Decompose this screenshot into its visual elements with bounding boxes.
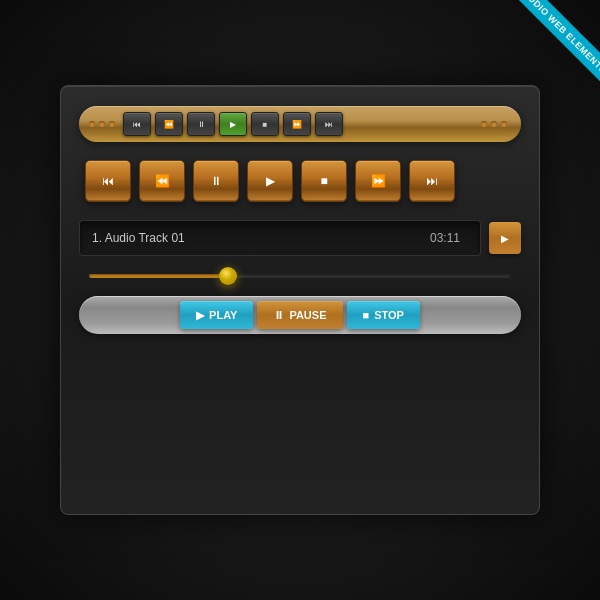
slider-thumb[interactable] <box>219 267 237 285</box>
dot-1 <box>89 121 95 127</box>
slim-pause-button[interactable]: ⏸ <box>187 112 215 136</box>
sq-stop-button[interactable]: ■ <box>301 160 347 202</box>
slim-fast-forward-button[interactable]: ⏩ <box>283 112 311 136</box>
dot-4 <box>481 121 487 127</box>
stop-icon: ■ <box>363 309 370 321</box>
play-button[interactable]: ▶ PLAY <box>180 301 253 329</box>
sq-skip-next-button[interactable]: ⏭ <box>409 160 455 202</box>
stop-label: STOP <box>374 309 404 321</box>
slim-skip-next-button[interactable]: ⏭ <box>315 112 343 136</box>
slim-transport-bar: ⏮ ⏪ ⏸ ▶ ■ ⏩ ⏭ <box>79 106 521 142</box>
play-icon: ▶ <box>196 309 204 322</box>
track-bar: 1. Audio Track 01 03:11 <box>79 220 481 256</box>
dot-6 <box>501 121 507 127</box>
bottom-control-bar: ▶ PLAY ⏸ PAUSE ■ STOP <box>79 296 521 334</box>
sq-rewind-button[interactable]: ⏪ <box>139 160 185 202</box>
pause-button[interactable]: ⏸ PAUSE <box>257 301 342 329</box>
slim-skip-prev-button[interactable]: ⏮ <box>123 112 151 136</box>
main-panel: ⏮ ⏪ ⏸ ▶ ■ ⏩ ⏭ ⏮ ⏪ ⏸ ▶ ■ ⏩ ⏭ 1. Audio Tra… <box>60 85 540 515</box>
pause-label: PAUSE <box>289 309 326 321</box>
play-label: PLAY <box>209 309 237 321</box>
stop-button[interactable]: ■ STOP <box>347 301 420 329</box>
sq-pause-button[interactable]: ⏸ <box>193 160 239 202</box>
right-dots <box>481 121 507 127</box>
left-dots <box>89 121 115 127</box>
track-name: 1. Audio Track 01 <box>92 231 430 245</box>
track-info-row: 1. Audio Track 01 03:11 ▶ <box>79 220 521 256</box>
dot-5 <box>491 121 497 127</box>
track-time: 03:11 <box>430 231 460 245</box>
track-play-button[interactable]: ▶ <box>489 222 521 254</box>
slider-track[interactable] <box>89 274 511 278</box>
slim-play-button[interactable]: ▶ <box>219 112 247 136</box>
sq-play-button[interactable]: ▶ <box>247 160 293 202</box>
corner-ribbon: AUDIO WEB ELEMENTS <box>480 0 600 120</box>
ribbon-text: AUDIO WEB ELEMENTS <box>512 0 600 85</box>
slim-rewind-button[interactable]: ⏪ <box>155 112 183 136</box>
slim-stop-button[interactable]: ■ <box>251 112 279 136</box>
sq-fast-forward-button[interactable]: ⏩ <box>355 160 401 202</box>
dot-3 <box>109 121 115 127</box>
square-buttons-row: ⏮ ⏪ ⏸ ▶ ■ ⏩ ⏭ <box>79 160 521 202</box>
dot-2 <box>99 121 105 127</box>
pause-icon: ⏸ <box>273 309 284 321</box>
volume-slider-row <box>79 274 521 278</box>
sq-skip-prev-button[interactable]: ⏮ <box>85 160 131 202</box>
